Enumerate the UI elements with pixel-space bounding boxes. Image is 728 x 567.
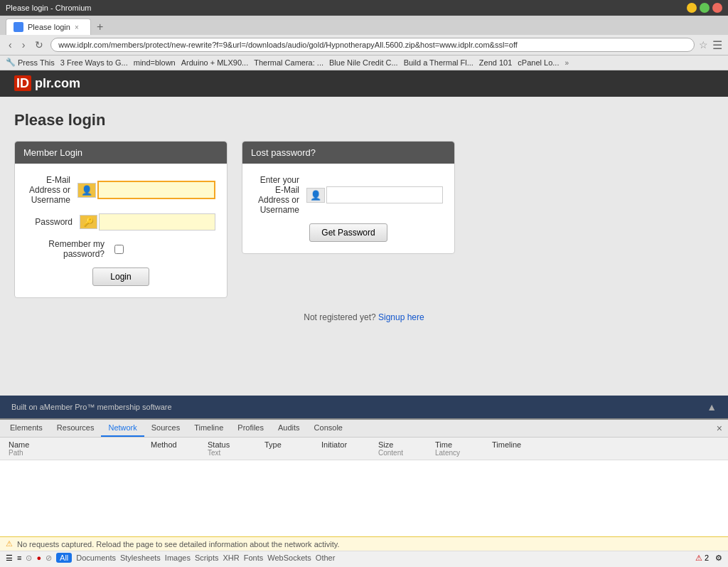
login-area: Member Login E-Mail Address or Username …	[14, 141, 714, 298]
devtools-icon-list[interactable]: ≡	[17, 553, 21, 562]
get-password-button[interactable]: Get Password	[309, 223, 387, 242]
devtools-tab-elements[interactable]: Elements	[3, 420, 50, 437]
window-title: Please login - Chromium	[6, 4, 91, 12]
devtools-tab-console[interactable]: Console	[307, 420, 350, 437]
lost-password-header: Lost password?	[242, 142, 454, 164]
bookmark-zend[interactable]: Zend 101	[479, 58, 512, 67]
bookmarks-more-button[interactable]: »	[564, 59, 569, 67]
bookmark-star-icon[interactable]: ☆	[699, 39, 708, 51]
network-col-name: Name Path	[6, 439, 148, 458]
footer-collapse-button[interactable]: ▲	[707, 401, 717, 413]
devtools-filter-scripts[interactable]: Scripts	[195, 553, 219, 562]
devtools-tab-audits[interactable]: Audits	[271, 420, 307, 437]
devtools-filter-images[interactable]: Images	[165, 553, 191, 562]
member-login-header: Member Login	[15, 142, 227, 164]
devtools-close-button[interactable]: ×	[714, 420, 725, 437]
devtools-icon-menu[interactable]: ☰	[6, 553, 13, 563]
bookmark-mind-blown[interactable]: mind=blown	[134, 58, 176, 67]
devtools-filter-documents[interactable]: Documents	[76, 553, 116, 562]
network-col-status: Status Text	[205, 439, 262, 458]
bookmark-press-this[interactable]: 🔧 Press This	[6, 58, 55, 68]
address-bar[interactable]	[50, 38, 695, 52]
email-user-icon: 👤	[77, 183, 96, 198]
member-login-card: Member Login E-Mail Address or Username …	[14, 141, 228, 298]
bookmark-blue-nile[interactable]: Blue Nile Credit C...	[329, 58, 398, 67]
bookmark-build-thermal[interactable]: Build a Thermal Fl...	[404, 58, 473, 67]
network-col-type: Type	[262, 439, 318, 458]
lost-email-form-row: Enter your E-Mail Address or Username 👤	[254, 175, 443, 215]
devtools-filter-stylesheets[interactable]: Stylesheets	[120, 553, 161, 562]
footer-text: Built on aMember Pro™ membership softwar…	[11, 403, 172, 411]
network-col-size: Size Content	[375, 439, 432, 458]
settings-icon[interactable]: ⚙	[715, 553, 722, 563]
title-bar: Please login - Chromium	[0, 0, 728, 16]
tab-label: Please login	[28, 23, 70, 31]
devtools-panel: Elements Resources Network Sources Timel…	[0, 418, 728, 564]
devtools-filter-xhr[interactable]: XHR	[223, 553, 240, 562]
devtools-bottom-icons: ☰ ≡ ⊙ ● ⊘ All Documents Stylesheets Imag…	[6, 553, 335, 563]
window-controls	[687, 3, 722, 13]
bookmark-3-free-ways[interactable]: 3 Free Ways to G...	[60, 58, 128, 67]
password-key-icon: 🔑	[80, 215, 97, 229]
remember-form-row: Remember my password?	[26, 239, 215, 259]
close-button[interactable]	[712, 3, 722, 13]
devtools-status-bar: ☰ ≡ ⊙ ● ⊘ All Documents Stylesheets Imag…	[0, 551, 728, 564]
network-col-initiator: Initiator	[318, 439, 375, 458]
devtools-icon-record[interactable]: ●	[36, 553, 41, 562]
devtools-filter-fonts[interactable]: Fonts	[244, 553, 264, 562]
password-input[interactable]	[99, 213, 215, 230]
lost-password-body: Enter your E-Mail Address or Username 👤 …	[242, 164, 454, 253]
signup-link[interactable]: Signup here	[378, 312, 424, 322]
devtools-error-count: ⚠ 2 ⚙	[695, 553, 722, 563]
devtools-filter-websockets[interactable]: WebSockets	[267, 553, 311, 562]
site-logo: ID plr.com	[14, 76, 80, 91]
site-header: ID plr.com	[0, 70, 728, 97]
new-tab-button[interactable]: +	[92, 19, 107, 35]
bookmark-cpanel[interactable]: cPanel Lo...	[518, 58, 559, 67]
browser-menu-icon[interactable]: ☰	[712, 38, 722, 52]
lost-password-card: Lost password? Enter your E-Mail Address…	[242, 141, 455, 254]
devtools-tabs: Elements Resources Network Sources Timel…	[0, 420, 728, 438]
devtools-tab-network[interactable]: Network	[101, 420, 144, 437]
devtools-icon-clear[interactable]: ⊘	[46, 553, 52, 563]
email-input[interactable]	[97, 181, 215, 199]
bookmark-arduino[interactable]: Arduino + MLX90...	[181, 58, 248, 67]
devtools-tab-sources[interactable]: Sources	[144, 420, 187, 437]
devtools-tab-resources[interactable]: Resources	[50, 420, 102, 437]
email-label: E-Mail Address or Username	[26, 175, 77, 205]
bookmarks-bar: 🔧 Press This 3 Free Ways to G... mind=bl…	[0, 55, 728, 70]
member-login-body: E-Mail Address or Username 👤 Password 🔑	[15, 164, 227, 297]
devtools-tab-timeline[interactable]: Timeline	[187, 420, 230, 437]
maximize-button[interactable]	[700, 3, 710, 13]
devtools-empty-message: No requests captured. Reload the page to…	[17, 540, 340, 549]
minimize-button[interactable]	[687, 3, 697, 13]
back-button[interactable]: ‹	[6, 38, 15, 52]
email-input-wrap: 👤	[77, 181, 215, 199]
network-table-body	[0, 460, 728, 536]
devtools-warning-bar: ⚠ No requests captured. Reload the page …	[0, 536, 728, 551]
devtools-filter-other[interactable]: Other	[316, 553, 336, 562]
network-col-method: Method	[148, 439, 205, 458]
network-col-timeline: Timeline	[489, 439, 722, 458]
lost-email-input[interactable]	[326, 186, 443, 203]
forward-button[interactable]: ›	[19, 38, 28, 52]
tab-bar: Please login × +	[0, 16, 728, 35]
devtools-tab-profiles[interactable]: Profiles	[230, 420, 271, 437]
bookmark-thermal-camera[interactable]: Thermal Camera: ...	[254, 58, 323, 67]
nav-bar: ‹ › ↻ ☆ ☰	[0, 35, 728, 55]
password-label: Password	[26, 217, 80, 227]
remember-checkbox[interactable]	[114, 245, 124, 254]
site-footer: Built on aMember Pro™ membership softwar…	[0, 396, 728, 418]
refresh-button[interactable]: ↻	[32, 38, 46, 52]
tab-close-button[interactable]: ×	[75, 23, 79, 31]
network-table-header: Name Path Method Status Text Type Initia…	[0, 438, 728, 460]
devtools-filter-all[interactable]: All	[56, 553, 72, 563]
warning-icon: ⚠	[6, 539, 13, 549]
devtools-icon-circle[interactable]: ⊙	[26, 553, 32, 563]
login-button[interactable]: Login	[92, 267, 149, 286]
lost-email-label: Enter your E-Mail Address or Username	[254, 175, 306, 215]
network-col-time: Time Latency	[432, 439, 489, 458]
logo-plr: plr.com	[35, 76, 80, 90]
active-tab[interactable]: Please login ×	[6, 18, 91, 35]
page-content: ID plr.com Please login Member Login E-M…	[0, 70, 728, 418]
